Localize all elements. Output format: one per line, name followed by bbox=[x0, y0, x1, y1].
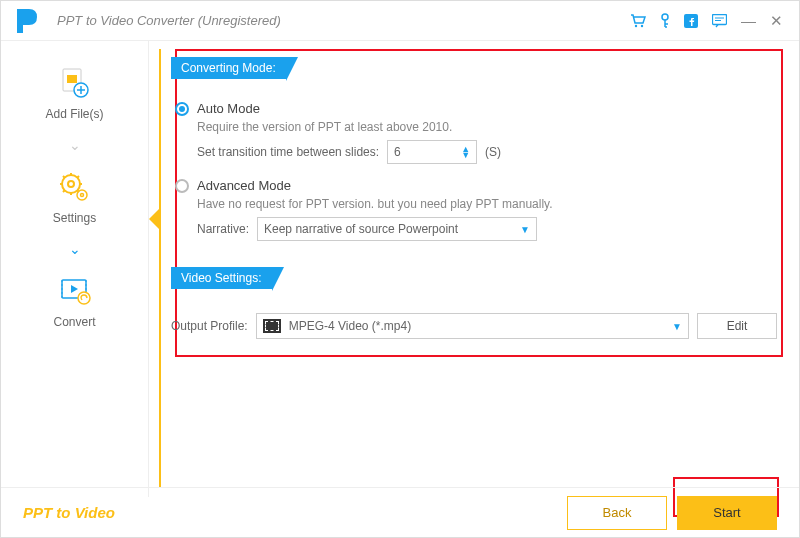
transition-input[interactable]: 6 ▲▼ bbox=[387, 140, 477, 164]
add-file-icon bbox=[56, 65, 92, 101]
chevron-down-icon: ⌄ bbox=[69, 137, 81, 153]
auto-mode-block: Auto Mode Require the version of PPT at … bbox=[175, 101, 777, 164]
transition-label: Set transition time between slides: bbox=[197, 145, 379, 159]
transition-value: 6 bbox=[394, 145, 401, 159]
sidebar-label: Add File(s) bbox=[45, 107, 103, 121]
auto-mode-desc: Require the version of PPT at least abov… bbox=[197, 120, 777, 134]
advanced-mode-title: Advanced Mode bbox=[197, 178, 291, 193]
dropdown-icon: ▼ bbox=[672, 321, 682, 332]
output-value: MPEG-4 Video (*.mp4) bbox=[289, 319, 412, 333]
narrative-value: Keep narrative of source Powerpoint bbox=[264, 222, 458, 236]
sidebar-item-settings[interactable]: Settings bbox=[53, 169, 96, 225]
svg-point-13 bbox=[78, 292, 90, 304]
title-bar: PPT to Video Converter (Unregistered) — … bbox=[1, 1, 799, 41]
accent-pointer bbox=[149, 209, 159, 229]
feedback-icon[interactable] bbox=[712, 14, 727, 28]
auto-mode-radio[interactable] bbox=[175, 102, 189, 116]
dropdown-icon: ▼ bbox=[520, 224, 530, 235]
back-button[interactable]: Back bbox=[567, 496, 667, 530]
output-profile-select[interactable]: MPEG-4 Video (*.mp4) ▼ bbox=[256, 313, 689, 339]
output-row: Output Profile: MPEG-4 Video (*.mp4) ▼ E… bbox=[171, 313, 777, 339]
svg-point-1 bbox=[641, 24, 643, 26]
svg-rect-4 bbox=[713, 14, 727, 24]
minimize-icon[interactable]: — bbox=[741, 12, 756, 29]
advanced-mode-desc: Have no request for PPT version. but you… bbox=[197, 197, 777, 211]
section-video-settings: Video Settings: bbox=[171, 267, 272, 289]
narrative-label: Narrative: bbox=[197, 222, 249, 236]
edit-button[interactable]: Edit bbox=[697, 313, 777, 339]
advanced-mode-radio[interactable] bbox=[175, 179, 189, 193]
advanced-mode-block: Advanced Mode Have no request for PPT ve… bbox=[175, 178, 777, 241]
sidebar-item-add-files[interactable]: Add File(s) bbox=[45, 65, 103, 121]
narrative-select[interactable]: Keep narrative of source Powerpoint ▼ bbox=[257, 217, 537, 241]
window-title: PPT to Video Converter (Unregistered) bbox=[57, 13, 630, 28]
output-label: Output Profile: bbox=[171, 319, 248, 333]
footer: PPT to Video Back Start bbox=[1, 487, 799, 537]
svg-point-2 bbox=[662, 14, 668, 20]
sidebar-label: Settings bbox=[53, 211, 96, 225]
facebook-icon[interactable] bbox=[684, 14, 698, 28]
sidebar-label: Convert bbox=[53, 315, 95, 329]
brand-text: PPT to Video bbox=[23, 504, 115, 521]
section-converting-mode: Converting Mode: bbox=[171, 57, 286, 79]
svg-point-9 bbox=[68, 181, 74, 187]
close-icon[interactable]: ✕ bbox=[770, 12, 783, 30]
sidebar: Add File(s) ⌄ Settings ⌄ Convert bbox=[1, 41, 149, 497]
sidebar-item-convert[interactable]: Convert bbox=[53, 273, 95, 329]
app-logo bbox=[17, 7, 45, 35]
svg-point-10 bbox=[77, 190, 87, 200]
svg-point-0 bbox=[635, 24, 637, 26]
auto-mode-title: Auto Mode bbox=[197, 101, 260, 116]
chevron-down-icon: ⌄ bbox=[69, 241, 81, 257]
key-icon[interactable] bbox=[660, 13, 670, 29]
app-window: PPT to Video Converter (Unregistered) — … bbox=[0, 0, 800, 538]
convert-icon bbox=[57, 273, 93, 309]
video-format-icon bbox=[263, 319, 281, 333]
svg-rect-6 bbox=[67, 75, 77, 83]
main-panel: Converting Mode: Auto Mode Require the v… bbox=[149, 41, 799, 497]
spinner-icon[interactable]: ▲▼ bbox=[461, 146, 470, 158]
transition-unit: (S) bbox=[485, 145, 501, 159]
title-bar-actions: — ✕ bbox=[630, 12, 783, 30]
settings-icon bbox=[56, 169, 92, 205]
svg-point-11 bbox=[81, 194, 84, 197]
start-button[interactable]: Start bbox=[677, 496, 777, 530]
cart-icon[interactable] bbox=[630, 14, 646, 28]
